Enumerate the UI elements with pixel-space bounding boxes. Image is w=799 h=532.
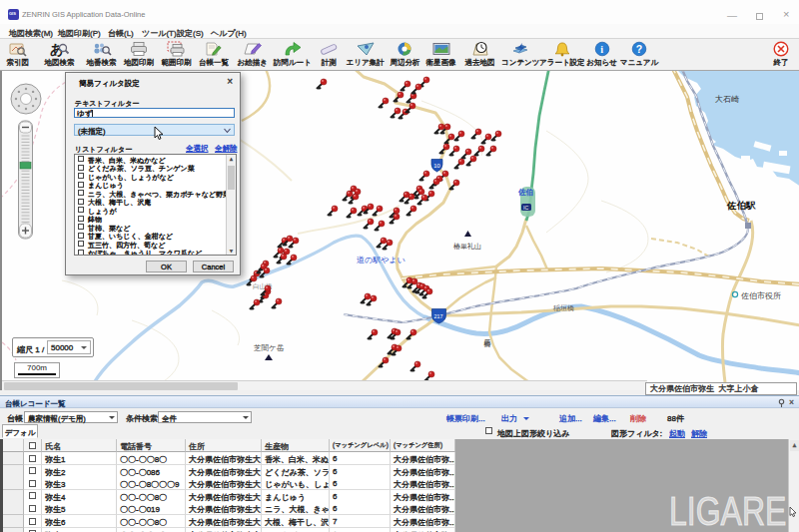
svg-text:217: 217 bbox=[434, 313, 443, 319]
svg-text:椿単礼山: 椿単礼山 bbox=[453, 242, 481, 251]
svg-text:10: 10 bbox=[433, 163, 439, 169]
svg-text:i: i bbox=[600, 44, 603, 55]
svg-text:稲垣橋: 稲垣橋 bbox=[553, 304, 574, 312]
svg-text:佐伯駅: 佐伯駅 bbox=[726, 200, 756, 211]
svg-text:IC: IC bbox=[523, 205, 528, 211]
svg-text:?: ? bbox=[636, 43, 642, 55]
svg-text:大石崎: 大石崎 bbox=[715, 95, 739, 104]
svg-text:佐伯市役所: 佐伯市役所 bbox=[741, 291, 781, 300]
svg-text:道の駅やよい: 道の駅やよい bbox=[357, 256, 405, 265]
svg-text:佐伯: 佐伯 bbox=[517, 188, 533, 197]
svg-text:芝闇ケ岳: 芝闇ケ岳 bbox=[254, 343, 285, 352]
